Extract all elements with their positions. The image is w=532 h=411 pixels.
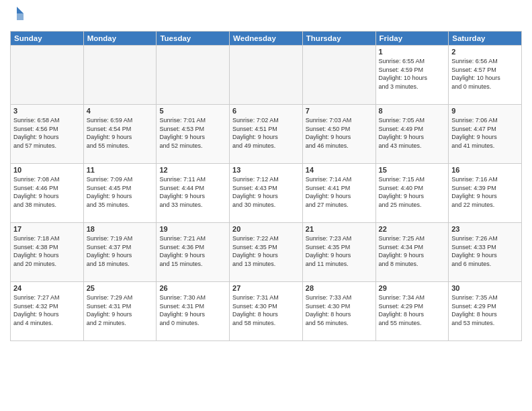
day-number: 7 bbox=[306, 107, 373, 115]
calendar-week-2: 3Sunrise: 6:58 AM Sunset: 4:56 PM Daylig… bbox=[11, 105, 522, 164]
table-row: 15Sunrise: 7:15 AM Sunset: 4:40 PM Dayli… bbox=[375, 164, 449, 223]
table-row: 21Sunrise: 7:23 AM Sunset: 4:35 PM Dayli… bbox=[302, 223, 375, 282]
day-info: Sunrise: 7:05 AM Sunset: 4:49 PM Dayligh… bbox=[379, 116, 446, 150]
day-number: 14 bbox=[306, 166, 373, 174]
day-number: 21 bbox=[306, 225, 373, 233]
day-info: Sunrise: 7:31 AM Sunset: 4:30 PM Dayligh… bbox=[232, 293, 300, 327]
table-row: 17Sunrise: 7:18 AM Sunset: 4:38 PM Dayli… bbox=[11, 223, 84, 282]
page-container: SundayMondayTuesdayWednesdayThursdayFrid… bbox=[0, 0, 532, 411]
day-number: 16 bbox=[451, 166, 519, 174]
day-number: 26 bbox=[159, 284, 226, 292]
day-number: 9 bbox=[451, 107, 519, 115]
table-row: 27Sunrise: 7:31 AM Sunset: 4:30 PM Dayli… bbox=[230, 282, 303, 341]
day-number: 13 bbox=[232, 166, 300, 174]
table-row: 26Sunrise: 7:30 AM Sunset: 4:31 PM Dayli… bbox=[157, 282, 230, 341]
day-number: 20 bbox=[232, 225, 300, 233]
table-row: 18Sunrise: 7:19 AM Sunset: 4:37 PM Dayli… bbox=[83, 223, 157, 282]
table-row: 29Sunrise: 7:34 AM Sunset: 4:29 PM Dayli… bbox=[375, 282, 449, 341]
day-info: Sunrise: 6:55 AM Sunset: 4:59 PM Dayligh… bbox=[379, 57, 446, 91]
calendar-week-1: 1Sunrise: 6:55 AM Sunset: 4:59 PM Daylig… bbox=[11, 46, 522, 105]
calendar-body: 1Sunrise: 6:55 AM Sunset: 4:59 PM Daylig… bbox=[11, 46, 522, 341]
day-info: Sunrise: 7:30 AM Sunset: 4:31 PM Dayligh… bbox=[159, 293, 226, 327]
day-info: Sunrise: 7:22 AM Sunset: 4:35 PM Dayligh… bbox=[232, 234, 300, 268]
table-row: 5Sunrise: 7:01 AM Sunset: 4:53 PM Daylig… bbox=[157, 105, 230, 164]
calendar-week-5: 24Sunrise: 7:27 AM Sunset: 4:32 PM Dayli… bbox=[11, 282, 522, 341]
day-number: 10 bbox=[13, 166, 81, 174]
day-number: 8 bbox=[379, 107, 446, 115]
table-row: 25Sunrise: 7:29 AM Sunset: 4:31 PM Dayli… bbox=[83, 282, 157, 341]
day-number: 30 bbox=[451, 284, 519, 292]
day-number: 6 bbox=[232, 107, 300, 115]
table-row: 6Sunrise: 7:02 AM Sunset: 4:51 PM Daylig… bbox=[230, 105, 303, 164]
day-info: Sunrise: 7:08 AM Sunset: 4:46 PM Dayligh… bbox=[13, 175, 81, 209]
table-row: 22Sunrise: 7:25 AM Sunset: 4:34 PM Dayli… bbox=[375, 223, 449, 282]
day-number: 11 bbox=[87, 166, 154, 174]
calendar-week-3: 10Sunrise: 7:08 AM Sunset: 4:46 PM Dayli… bbox=[11, 164, 522, 223]
day-number: 12 bbox=[159, 166, 226, 174]
table-row: 19Sunrise: 7:21 AM Sunset: 4:36 PM Dayli… bbox=[157, 223, 230, 282]
table-row: 23Sunrise: 7:26 AM Sunset: 4:33 PM Dayli… bbox=[449, 223, 522, 282]
table-row: 8Sunrise: 7:05 AM Sunset: 4:49 PM Daylig… bbox=[375, 105, 449, 164]
day-number: 29 bbox=[379, 284, 446, 292]
weekday-header-monday: Monday bbox=[83, 32, 157, 46]
day-info: Sunrise: 7:34 AM Sunset: 4:29 PM Dayligh… bbox=[379, 293, 446, 327]
table-row: 2Sunrise: 6:56 AM Sunset: 4:57 PM Daylig… bbox=[449, 46, 522, 105]
day-info: Sunrise: 7:11 AM Sunset: 4:44 PM Dayligh… bbox=[159, 175, 226, 209]
table-row bbox=[157, 46, 230, 105]
table-row: 20Sunrise: 7:22 AM Sunset: 4:35 PM Dayli… bbox=[230, 223, 303, 282]
day-number: 27 bbox=[232, 284, 300, 292]
logo-icon bbox=[10, 7, 24, 26]
calendar-header: SundayMondayTuesdayWednesdayThursdayFrid… bbox=[11, 32, 522, 46]
weekday-header-tuesday: Tuesday bbox=[157, 32, 230, 46]
table-row: 11Sunrise: 7:09 AM Sunset: 4:45 PM Dayli… bbox=[83, 164, 157, 223]
table-row: 10Sunrise: 7:08 AM Sunset: 4:46 PM Dayli… bbox=[11, 164, 84, 223]
weekday-header-thursday: Thursday bbox=[302, 32, 375, 46]
day-info: Sunrise: 7:27 AM Sunset: 4:32 PM Dayligh… bbox=[13, 293, 81, 327]
day-info: Sunrise: 7:02 AM Sunset: 4:51 PM Dayligh… bbox=[232, 116, 300, 150]
day-info: Sunrise: 7:14 AM Sunset: 4:41 PM Dayligh… bbox=[306, 175, 373, 209]
table-row: 13Sunrise: 7:12 AM Sunset: 4:43 PM Dayli… bbox=[230, 164, 303, 223]
day-info: Sunrise: 7:16 AM Sunset: 4:39 PM Dayligh… bbox=[451, 175, 519, 209]
weekday-header-saturday: Saturday bbox=[449, 32, 522, 46]
day-number: 19 bbox=[159, 225, 226, 233]
day-info: Sunrise: 6:58 AM Sunset: 4:56 PM Dayligh… bbox=[13, 116, 81, 150]
svg-marker-1 bbox=[17, 13, 24, 20]
table-row: 16Sunrise: 7:16 AM Sunset: 4:39 PM Dayli… bbox=[449, 164, 522, 223]
day-info: Sunrise: 7:01 AM Sunset: 4:53 PM Dayligh… bbox=[159, 116, 226, 150]
table-row: 28Sunrise: 7:33 AM Sunset: 4:30 PM Dayli… bbox=[302, 282, 375, 341]
table-row bbox=[83, 46, 157, 105]
day-number: 23 bbox=[451, 225, 519, 233]
day-info: Sunrise: 7:12 AM Sunset: 4:43 PM Dayligh… bbox=[232, 175, 300, 209]
calendar-table: SundayMondayTuesdayWednesdayThursdayFrid… bbox=[10, 31, 522, 341]
day-info: Sunrise: 6:59 AM Sunset: 4:54 PM Dayligh… bbox=[87, 116, 154, 150]
day-number: 15 bbox=[379, 166, 446, 174]
day-number: 24 bbox=[13, 284, 81, 292]
day-info: Sunrise: 7:23 AM Sunset: 4:35 PM Dayligh… bbox=[306, 234, 373, 268]
table-row: 3Sunrise: 6:58 AM Sunset: 4:56 PM Daylig… bbox=[11, 105, 84, 164]
weekday-header-sunday: Sunday bbox=[11, 32, 84, 46]
calendar-week-4: 17Sunrise: 7:18 AM Sunset: 4:38 PM Dayli… bbox=[11, 223, 522, 282]
day-info: Sunrise: 7:21 AM Sunset: 4:36 PM Dayligh… bbox=[159, 234, 226, 268]
day-info: Sunrise: 7:03 AM Sunset: 4:50 PM Dayligh… bbox=[306, 116, 373, 150]
table-row: 24Sunrise: 7:27 AM Sunset: 4:32 PM Dayli… bbox=[11, 282, 84, 341]
day-info: Sunrise: 7:35 AM Sunset: 4:29 PM Dayligh… bbox=[451, 293, 519, 327]
table-row: 1Sunrise: 6:55 AM Sunset: 4:59 PM Daylig… bbox=[375, 46, 449, 105]
day-number: 17 bbox=[13, 225, 81, 233]
day-info: Sunrise: 7:15 AM Sunset: 4:40 PM Dayligh… bbox=[379, 175, 446, 209]
table-row: 7Sunrise: 7:03 AM Sunset: 4:50 PM Daylig… bbox=[302, 105, 375, 164]
page-header bbox=[10, 7, 522, 26]
weekday-row: SundayMondayTuesdayWednesdayThursdayFrid… bbox=[11, 32, 522, 46]
day-info: Sunrise: 7:18 AM Sunset: 4:38 PM Dayligh… bbox=[13, 234, 81, 268]
table-row: 12Sunrise: 7:11 AM Sunset: 4:44 PM Dayli… bbox=[157, 164, 230, 223]
day-info: Sunrise: 6:56 AM Sunset: 4:57 PM Dayligh… bbox=[451, 57, 519, 91]
day-info: Sunrise: 7:06 AM Sunset: 4:47 PM Dayligh… bbox=[451, 116, 519, 150]
table-row: 14Sunrise: 7:14 AM Sunset: 4:41 PM Dayli… bbox=[302, 164, 375, 223]
day-number: 18 bbox=[87, 225, 154, 233]
table-row: 4Sunrise: 6:59 AM Sunset: 4:54 PM Daylig… bbox=[83, 105, 157, 164]
day-info: Sunrise: 7:29 AM Sunset: 4:31 PM Dayligh… bbox=[87, 293, 154, 327]
table-row bbox=[230, 46, 303, 105]
day-number: 3 bbox=[13, 107, 81, 115]
logo bbox=[10, 7, 26, 26]
day-info: Sunrise: 7:26 AM Sunset: 4:33 PM Dayligh… bbox=[451, 234, 519, 268]
day-number: 28 bbox=[306, 284, 373, 292]
